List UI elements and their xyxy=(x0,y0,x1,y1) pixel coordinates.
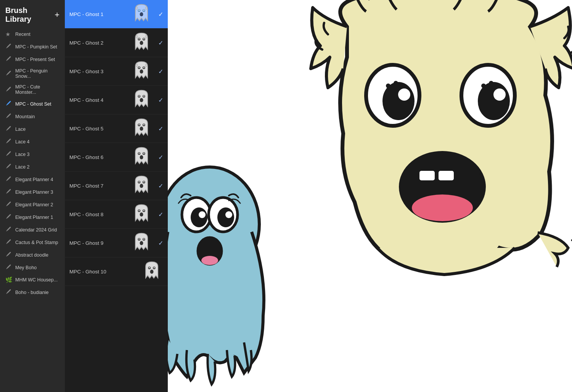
sidebar-item-label: Lace 3 xyxy=(15,152,30,157)
svg-point-73 xyxy=(481,84,486,88)
sidebar-item-label: Calendar 2024 Grid xyxy=(15,227,57,233)
sidebar-item-label: MHM WC Housep... xyxy=(15,277,58,283)
sidebar-item-mpc-ghost[interactable]: MPC - Ghost Set xyxy=(0,98,65,110)
brush-check-icon: ✓ xyxy=(158,96,163,104)
svg-point-49 xyxy=(143,238,145,239)
svg-point-33 xyxy=(138,153,140,154)
svg-rect-78 xyxy=(439,171,454,180)
sidebar-item-mountain[interactable]: Mountain xyxy=(0,110,65,123)
sidebar-item-cactus[interactable]: Cactus & Pot Stamp xyxy=(0,236,65,249)
canvas-content xyxy=(168,0,572,392)
svg-point-35 xyxy=(140,155,143,159)
brush-item-name: MPC - Ghost 2 xyxy=(69,40,126,46)
brush-item-ghost7[interactable]: MPC - Ghost 7 ✓ xyxy=(65,172,168,200)
sidebar-item-label: MPC - Present Set xyxy=(15,57,55,62)
svg-point-43 xyxy=(138,210,140,211)
brush-icon xyxy=(5,239,12,246)
svg-point-45 xyxy=(140,212,143,217)
sidebar-item-label: Lace xyxy=(15,127,26,132)
sidebar-item-lace2[interactable]: Lace 2 xyxy=(0,161,65,173)
svg-point-28 xyxy=(138,124,140,125)
sidebar-item-boho[interactable]: Boho - budianie xyxy=(0,286,65,299)
svg-point-30 xyxy=(140,127,143,131)
sidebar-item-label: MPC - Cute Monster... xyxy=(15,84,59,95)
brush-icon xyxy=(5,70,12,77)
sidebar-item-mpc-penguin[interactable]: MPC - Penguin Snow... xyxy=(0,66,65,82)
brush-icon xyxy=(5,163,12,170)
brush-check-icon: ✓ xyxy=(158,211,163,218)
sidebar-item-label: Recent xyxy=(15,32,31,37)
svg-point-13 xyxy=(145,35,147,38)
brush-icon xyxy=(5,289,12,296)
brush-item-ghost6[interactable]: MPC - Ghost 6 ✓ xyxy=(65,143,168,172)
sidebar-item-elegant3[interactable]: Elegant Planner 3 xyxy=(0,186,65,198)
svg-point-17 xyxy=(143,67,145,68)
brush-icon xyxy=(5,201,12,208)
sidebar-item-label: MPC - Penguin Snow... xyxy=(15,68,59,79)
sidebar-title: Brush Library xyxy=(5,6,55,24)
sidebar-item-lace3[interactable]: Lace 3 xyxy=(0,148,65,161)
sidebar-item-label: Elegant Planner 1 xyxy=(15,215,53,220)
svg-point-16 xyxy=(138,67,140,68)
svg-point-23 xyxy=(138,95,140,96)
sidebar-item-lace[interactable]: Lace xyxy=(0,123,65,135)
svg-point-59 xyxy=(199,211,206,218)
sidebar: Brush Library + ★Recent MPC - Pumpkin Se… xyxy=(0,0,65,392)
svg-point-18 xyxy=(140,69,143,74)
svg-point-74 xyxy=(489,81,493,85)
brush-item-ghost1[interactable]: MPC - Ghost 1 ✓ xyxy=(65,0,168,29)
brush-icon xyxy=(5,100,12,108)
brush-icon: 🌿 xyxy=(5,276,12,283)
star-icon: ★ xyxy=(5,31,12,38)
brush-item-name: MPC - Ghost 9 xyxy=(69,240,126,246)
brush-icon xyxy=(5,214,12,221)
svg-point-48 xyxy=(138,238,140,239)
brush-thumb xyxy=(130,174,153,197)
sidebar-item-label: Lace 4 xyxy=(15,139,30,145)
sidebar-item-mpc-pumpkin[interactable]: MPC - Pumpkin Set xyxy=(0,40,65,53)
sidebar-list: ★Recent MPC - Pumpkin Set MPC - Present … xyxy=(0,28,65,392)
svg-point-40 xyxy=(140,184,143,188)
ghost-yellow-illustration xyxy=(301,0,572,332)
svg-point-69 xyxy=(394,81,398,85)
brush-item-ghost8[interactable]: MPC - Ghost 8 ✓ xyxy=(65,200,168,229)
svg-point-38 xyxy=(138,181,140,182)
sidebar-item-label: Cactus & Pot Stamp xyxy=(15,240,58,245)
brush-item-name: MPC - Ghost 8 xyxy=(69,212,126,217)
brush-item-ghost2[interactable]: MPC - Ghost 2 ✓ xyxy=(65,29,168,57)
sidebar-item-abstract[interactable]: Abstract doodle xyxy=(0,249,65,261)
brush-icon xyxy=(5,151,12,158)
svg-point-62 xyxy=(225,211,232,218)
sidebar-item-lace4[interactable]: Lace 4 xyxy=(0,135,65,148)
sidebar-item-recent[interactable]: ★Recent xyxy=(0,28,65,40)
brush-item-name: MPC - Ghost 10 xyxy=(69,269,137,275)
brush-item-ghost10[interactable]: MPC - Ghost 10 xyxy=(65,257,168,286)
sidebar-item-label: MPC - Pumpkin Set xyxy=(15,44,57,50)
brush-item-ghost3[interactable]: MPC - Ghost 3 ✓ xyxy=(65,57,168,86)
brush-item-ghost4[interactable]: MPC - Ghost 4 ✓ xyxy=(65,86,168,114)
sidebar-item-label: MPC - Ghost Set xyxy=(15,101,51,107)
brush-item-ghost9[interactable]: MPC - Ghost 9 ✓ xyxy=(65,229,168,257)
svg-point-6 xyxy=(145,7,147,10)
sidebar-item-mpc-cute[interactable]: MPC - Cute Monster... xyxy=(0,82,65,98)
brush-icon xyxy=(5,226,12,233)
brush-item-ghost5[interactable]: MPC - Ghost 5 ✓ xyxy=(65,114,168,143)
sidebar-item-elegant2[interactable]: Elegant Planner 2 xyxy=(0,198,65,211)
brush-item-name: MPC - Ghost 5 xyxy=(69,126,126,132)
ghost-blue-illustration xyxy=(168,125,275,392)
sidebar-item-elegant4[interactable]: Elegant Planner 4 xyxy=(0,173,65,186)
brush-item-name: MPC - Ghost 1 xyxy=(69,11,126,17)
sidebar-item-calendar[interactable]: Calendar 2024 Grid xyxy=(0,223,65,236)
add-brush-set-button[interactable]: + xyxy=(55,11,59,19)
sidebar-item-mhm[interactable]: 🌿MHM WC Housep... xyxy=(0,274,65,286)
sidebar-item-elegant1[interactable]: Elegant Planner 1 xyxy=(0,211,65,223)
sidebar-item-mpc-present[interactable]: MPC - Present Set xyxy=(0,53,65,66)
brush-item-name: MPC - Ghost 7 xyxy=(69,183,126,189)
sidebar-item-meyboho[interactable]: Mey Boho xyxy=(0,261,65,274)
ghosts-container xyxy=(168,0,572,392)
brush-thumb xyxy=(130,231,153,254)
svg-point-3 xyxy=(143,10,145,11)
brush-icon xyxy=(5,125,12,133)
svg-point-29 xyxy=(143,124,145,125)
sidebar-item-label: Mountain xyxy=(15,114,35,119)
